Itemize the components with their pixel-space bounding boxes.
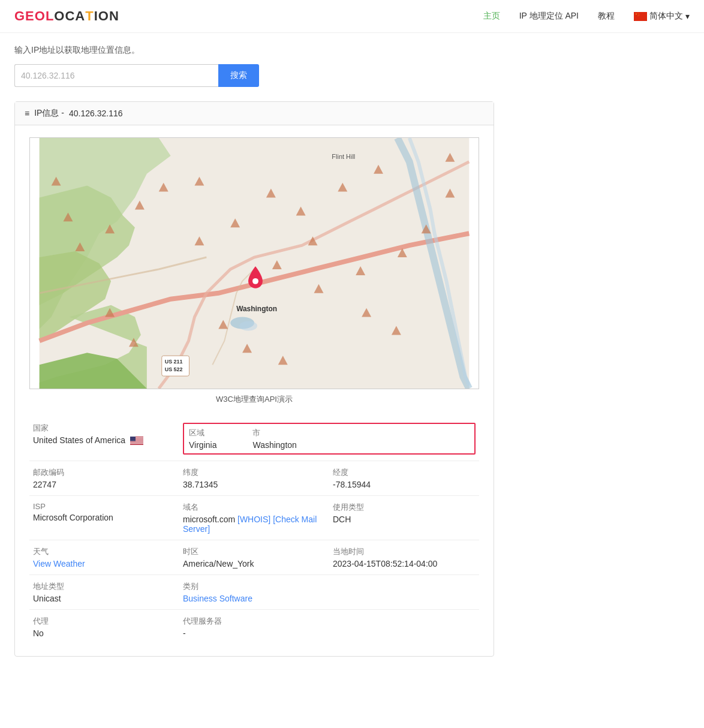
svg-text:US 211: US 211 — [165, 359, 183, 365]
map-caption: W3C地理查询API演示 — [29, 394, 479, 405]
header: GEOLOCATION 主页 IP 地理定位 API 教程 简体中文 ▾ — [0, 0, 704, 33]
category-label: 类别 — [183, 581, 476, 592]
isp-cell: ISP Microsoft Corporation — [29, 496, 179, 540]
nav-language[interactable]: 简体中文 ▾ — [634, 11, 690, 22]
svg-rect-51 — [130, 437, 136, 441]
search-bar: 搜索 — [14, 64, 669, 87]
table-row-weather: 天气 View Weather 时区 America/New_York 当地时间… — [29, 540, 479, 575]
logo: GEOLOCATION — [14, 8, 119, 24]
category-value[interactable]: Business Software — [183, 594, 476, 603]
proxy-value: No — [33, 628, 176, 638]
country-cell: 国家 United States of America — [29, 417, 179, 461]
lat-cell: 纬度 38.71345 — [179, 461, 329, 496]
lon-cell: 经度 -78.15944 — [329, 461, 479, 496]
lat-label: 纬度 — [183, 467, 326, 478]
domain-value: microsoft.com [WHOIS] [Check Mail Server… — [183, 515, 326, 534]
svg-point-8 — [239, 321, 257, 331]
us-flag-icon — [130, 437, 143, 445]
proxy-server-cell: 代理服务器 - — [179, 610, 479, 645]
ip-card-header: ≡ IP信息 - 40.126.32.116 — [15, 102, 494, 125]
ip-info-card: ≡ IP信息 - 40.126.32.116 — [14, 101, 494, 657]
usage-cell: 使用类型 DCH — [329, 496, 479, 540]
region-city-highlight: 区域 Virginia 市 Washington — [183, 423, 476, 455]
zip-value: 22747 — [33, 480, 176, 489]
city-group: 市 Washington — [252, 428, 296, 450]
map-container[interactable]: Flint Hill Sperryville Washington US 211… — [29, 137, 479, 389]
svg-text:Flint Hill: Flint Hill — [332, 153, 355, 160]
proxy-server-value: - — [183, 628, 476, 638]
ip-header-icon: ≡ — [25, 109, 29, 118]
proxy-label: 代理 — [33, 616, 176, 627]
table-row-proxy: 代理 No 代理服务器 - — [29, 610, 479, 645]
page-subtitle: 输入IP地址以获取地理位置信息。 — [14, 45, 669, 56]
zip-cell: 邮政编码 22747 — [29, 461, 179, 496]
domain-label: 域名 — [183, 502, 326, 513]
city-value: Washington — [252, 440, 296, 450]
table-row-location: 国家 United States of America — [29, 417, 479, 461]
weather-cell: 天气 View Weather — [29, 540, 179, 575]
lon-value: -78.15944 — [333, 480, 476, 489]
weather-value[interactable]: View Weather — [33, 559, 176, 568]
svg-rect-0 — [634, 12, 647, 21]
region-value: Virginia — [189, 440, 216, 450]
proxy-cell: 代理 No — [29, 610, 179, 645]
lon-label: 经度 — [333, 467, 476, 478]
ip-card-body: Flint Hill Sperryville Washington US 211… — [15, 125, 494, 656]
info-table: 国家 United States of America — [29, 417, 479, 644]
timezone-label: 时区 — [183, 546, 326, 557]
svg-text:Washington: Washington — [236, 305, 277, 313]
ip-header-label: IP信息 - — [34, 108, 64, 119]
map-view[interactable]: Flint Hill Sperryville Washington US 211… — [29, 137, 479, 389]
search-input[interactable] — [14, 64, 218, 87]
whois-link[interactable]: [WHOIS] — [237, 515, 270, 524]
search-button[interactable]: 搜索 — [218, 64, 259, 87]
addr-type-value: Unicast — [33, 594, 176, 603]
domain-cell: 域名 microsoft.com [WHOIS] [Check Mail Ser… — [179, 496, 329, 540]
addr-type-cell: 地址类型 Unicast — [29, 575, 179, 610]
lang-label: 简体中文 — [649, 11, 683, 22]
localtime-value: 2023-04-15T08:52:14-04:00 — [333, 559, 476, 568]
main-content: 输入IP地址以获取地理位置信息。 搜索 ≡ IP信息 - 40.126.32.1… — [0, 33, 684, 669]
city-label: 市 — [252, 428, 296, 438]
region-label: 区域 — [189, 428, 216, 438]
nav-tutorial[interactable]: 教程 — [598, 11, 615, 22]
addr-type-label: 地址类型 — [33, 581, 176, 592]
country-value: United States of America — [33, 435, 176, 445]
ip-header-address: 40.126.32.116 — [69, 109, 123, 118]
svg-rect-49 — [130, 443, 143, 443]
proxy-server-label: 代理服务器 — [183, 616, 476, 627]
weather-label: 天气 — [33, 546, 176, 557]
svg-text:US 522: US 522 — [165, 366, 183, 372]
region-cell: 区域 Virginia 市 Washington — [179, 417, 479, 461]
isp-label: ISP — [33, 502, 176, 511]
isp-value: Microsoft Corporation — [33, 513, 176, 522]
country-label: 国家 — [33, 423, 176, 434]
nav-api[interactable]: IP 地理定位 API — [519, 11, 579, 22]
table-row-isp: ISP Microsoft Corporation 域名 microsoft.c… — [29, 496, 479, 540]
lat-value: 38.71345 — [183, 480, 326, 489]
timezone-value: America/New_York — [183, 559, 326, 568]
table-row-type: 地址类型 Unicast 类别 Business Software — [29, 575, 479, 610]
lang-dropdown-icon: ▾ — [685, 11, 690, 21]
localtime-label: 当地时间 — [333, 546, 476, 557]
region-group: 区域 Virginia — [189, 428, 216, 450]
usage-value: DCH — [333, 515, 476, 524]
nav-home[interactable]: 主页 — [483, 11, 500, 22]
svg-rect-50 — [130, 444, 143, 444]
localtime-cell: 当地时间 2023-04-15T08:52:14-04:00 — [329, 540, 479, 575]
zip-label: 邮政编码 — [33, 467, 176, 478]
svg-point-43 — [252, 278, 258, 284]
china-flag-icon — [634, 12, 647, 21]
category-cell: 类别 Business Software — [179, 575, 479, 610]
timezone-cell: 时区 America/New_York — [179, 540, 329, 575]
nav: 主页 IP 地理定位 API 教程 简体中文 ▾ — [483, 11, 690, 22]
table-row-coords: 邮政编码 22747 纬度 38.71345 经度 -78.15944 — [29, 461, 479, 496]
usage-label: 使用类型 — [333, 502, 476, 513]
